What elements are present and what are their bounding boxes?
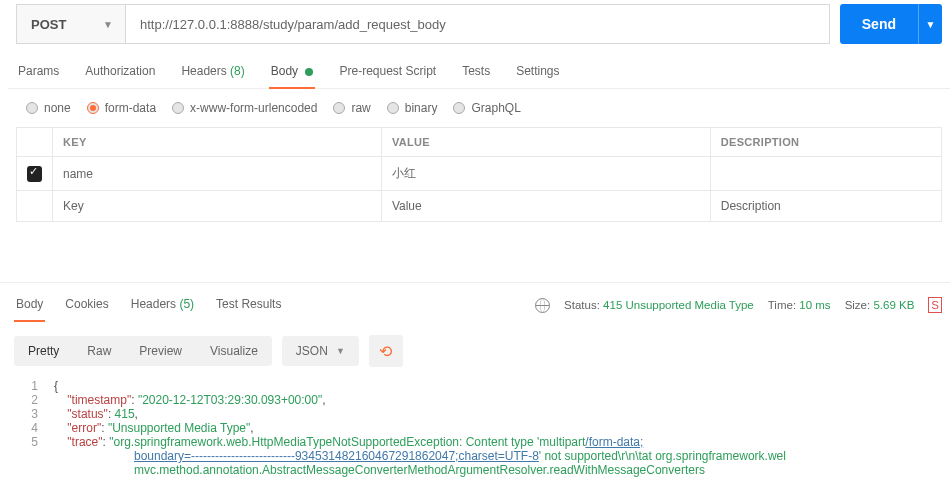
- send-dropdown-button[interactable]: ▼: [918, 4, 942, 44]
- checkbox-checked-icon[interactable]: [27, 166, 42, 182]
- globe-icon[interactable]: [535, 298, 550, 313]
- resp-tab-cookies[interactable]: Cookies: [63, 289, 110, 321]
- radio-icon: [453, 102, 465, 114]
- time-meta: Time: 10 ms: [768, 299, 831, 311]
- save-response-button[interactable]: S: [928, 297, 942, 313]
- status-meta: Status: 415 Unsupported Media Type: [564, 299, 754, 311]
- tab-settings[interactable]: Settings: [514, 56, 561, 88]
- radio-form-data[interactable]: form-data: [87, 101, 156, 115]
- http-method-label: POST: [31, 17, 66, 32]
- wrap-lines-button[interactable]: ⟲: [369, 335, 403, 367]
- col-key: KEY: [53, 128, 382, 156]
- radio-icon: [87, 102, 99, 114]
- key-cell[interactable]: name: [53, 156, 382, 190]
- http-method-select[interactable]: POST ▼: [16, 4, 126, 44]
- tab-authorization[interactable]: Authorization: [83, 56, 157, 88]
- desc-input[interactable]: Description: [711, 190, 941, 221]
- radio-urlencoded[interactable]: x-www-form-urlencoded: [172, 101, 317, 115]
- dot-icon: [305, 68, 313, 76]
- value-cell[interactable]: 小红: [382, 156, 711, 190]
- radio-none[interactable]: none: [26, 101, 71, 115]
- view-pretty-button[interactable]: Pretty: [14, 336, 73, 366]
- resp-tab-body[interactable]: Body: [14, 289, 45, 321]
- radio-icon: [26, 102, 38, 114]
- radio-raw[interactable]: raw: [333, 101, 370, 115]
- radio-icon: [172, 102, 184, 114]
- desc-cell[interactable]: [711, 156, 941, 190]
- tab-prerequest[interactable]: Pre-request Script: [337, 56, 438, 88]
- response-body[interactable]: 1{ 2 "timestamp": "2020-12-12T03:29:30.0…: [0, 375, 950, 481]
- tab-params[interactable]: Params: [16, 56, 61, 88]
- resp-tab-tests[interactable]: Test Results: [214, 289, 283, 321]
- view-mode-group: Pretty Raw Preview Visualize: [14, 336, 272, 366]
- key-input[interactable]: Key: [53, 190, 382, 221]
- tab-headers[interactable]: Headers (8): [179, 56, 246, 88]
- chevron-down-icon: ▼: [103, 19, 113, 30]
- form-data-table: KEY VALUE DESCRIPTION name 小红 Key Value …: [16, 127, 942, 222]
- value-input[interactable]: Value: [382, 190, 711, 221]
- table-row-empty: Key Value Description: [17, 190, 941, 221]
- resp-tab-headers[interactable]: Headers (5): [129, 289, 196, 321]
- tab-body[interactable]: Body: [269, 56, 316, 88]
- chevron-down-icon: ▼: [336, 346, 345, 356]
- view-raw-button[interactable]: Raw: [73, 336, 125, 366]
- url-input[interactable]: [126, 4, 830, 44]
- radio-graphql[interactable]: GraphQL: [453, 101, 520, 115]
- radio-icon: [333, 102, 345, 114]
- view-visualize-button[interactable]: Visualize: [196, 336, 272, 366]
- radio-icon: [387, 102, 399, 114]
- view-preview-button[interactable]: Preview: [125, 336, 196, 366]
- send-button[interactable]: Send: [840, 4, 918, 44]
- size-meta: Size: 5.69 KB: [845, 299, 915, 311]
- col-value: VALUE: [382, 128, 711, 156]
- tab-tests[interactable]: Tests: [460, 56, 492, 88]
- format-select[interactable]: JSON ▼: [282, 336, 359, 366]
- radio-binary[interactable]: binary: [387, 101, 438, 115]
- table-row: name 小红: [17, 156, 941, 190]
- col-description: DESCRIPTION: [711, 128, 941, 156]
